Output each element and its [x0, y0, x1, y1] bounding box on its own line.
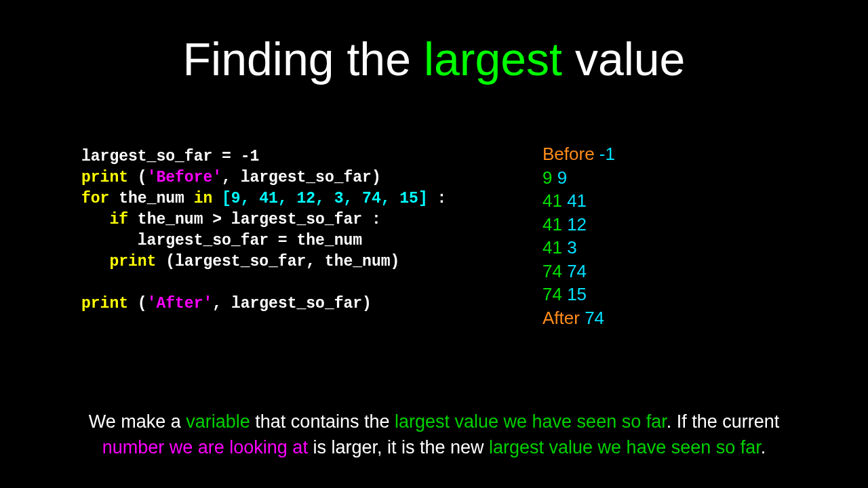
cap-p9: .: [761, 437, 766, 458]
code-l4-cond: the_num > largest_so_far :: [138, 211, 381, 228]
output-before-label: Before: [542, 144, 599, 164]
code-l3-colon: :: [428, 190, 447, 207]
code-l5: largest_so_far = the_num: [81, 232, 362, 249]
title-highlight: largest: [424, 33, 562, 85]
output-r4-b: 3: [567, 237, 576, 258]
output-row-after: After 74: [542, 306, 615, 330]
output-row-6: 74 15: [542, 283, 615, 306]
cap-p1: We make a: [89, 411, 186, 432]
code-l3-in: in: [194, 190, 222, 207]
cap-p5: . If the current: [667, 411, 780, 432]
code-l8-str: 'After': [147, 295, 213, 312]
output-before-val: -1: [599, 144, 615, 164]
code-l2-paren: (: [138, 169, 147, 186]
output-row-5: 74 74: [542, 260, 615, 283]
output-row-2: 41 41: [542, 189, 615, 213]
output-r1-a: 9: [542, 167, 557, 188]
cap-variable: variable: [186, 411, 250, 432]
cap-p7: is larger, it is the new: [308, 437, 489, 458]
output-after-label: After: [542, 308, 585, 328]
output-row-4: 41 3: [542, 236, 615, 260]
output-r6-b: 15: [567, 284, 587, 304]
code-l6-args: (largest_so_far, the_num): [165, 253, 399, 270]
code-l3-var: the_num: [119, 190, 193, 207]
output-r3-a: 41: [542, 214, 567, 235]
output-r1-b: 9: [557, 167, 567, 188]
code-l3-list: [9, 41, 12, 3, 74, 15]: [222, 190, 428, 207]
cap-largest-2: largest value we have seen so far: [489, 437, 761, 458]
code-l8-p1: (: [138, 295, 147, 312]
output-after-val: 74: [585, 308, 604, 328]
output-r2-b: 41: [567, 190, 587, 211]
cap-number: number we are looking at: [102, 437, 308, 458]
cap-p3: that contains the: [250, 411, 395, 432]
title-text-post: value: [562, 33, 685, 85]
code-l2-print: print: [81, 169, 138, 186]
output-r4-a: 41: [542, 237, 567, 258]
code-l3-for: for: [81, 190, 119, 207]
output-row-3: 41 12: [542, 213, 615, 237]
code-l6-print: print: [81, 253, 165, 270]
output-row-before: Before -1: [542, 142, 615, 166]
code-l4-if: if: [81, 211, 138, 228]
title-text-pre: Finding the: [183, 33, 424, 85]
code-l8-print: print: [81, 295, 138, 312]
code-l8-comma: ,: [212, 295, 231, 312]
output-r2-a: 41: [542, 190, 567, 211]
code-l8-arg: largest_so_far): [231, 295, 372, 312]
slide-caption: We make a variable that contains the lar…: [0, 409, 868, 461]
output-r6-a: 74: [542, 284, 567, 304]
output-r3-b: 12: [567, 214, 587, 235]
output-block: Before -1 9 9 41 41 41 12 41 3 74 74 74 …: [542, 142, 615, 330]
code-l2-rest: , largest_so_far): [222, 169, 381, 186]
output-r5-a: 74: [542, 261, 567, 281]
slide-title: Finding the largest value: [0, 33, 868, 85]
cap-largest-1: largest value we have seen so far: [395, 411, 667, 432]
slide: Finding the largest value largest_so_far…: [0, 0, 868, 488]
output-r5-b: 74: [567, 261, 587, 281]
code-l2-str: 'Before': [147, 169, 222, 186]
output-row-1: 9 9: [542, 166, 615, 190]
code-block: largest_so_far = -1 print ('Before', lar…: [81, 146, 446, 314]
code-line-1: largest_so_far = -1: [81, 148, 259, 165]
